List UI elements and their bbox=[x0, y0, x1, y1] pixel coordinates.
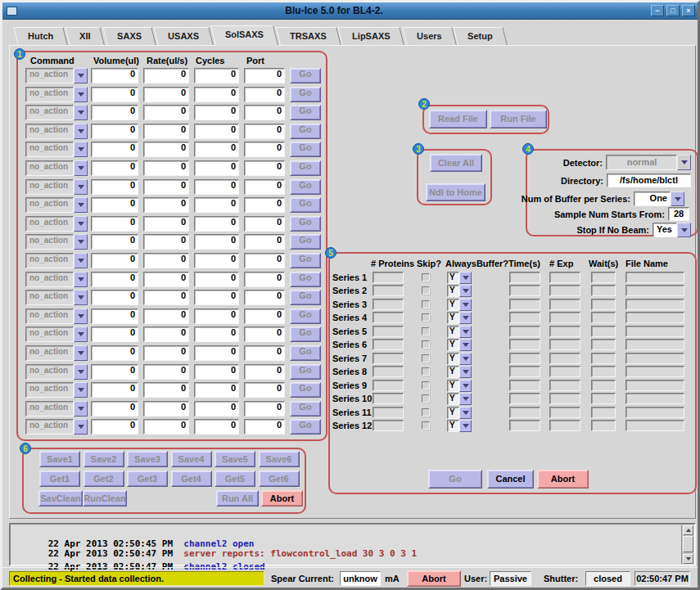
skip-checkbox[interactable] bbox=[422, 286, 430, 295]
exp-input[interactable] bbox=[549, 299, 580, 310]
port-input[interactable]: 0 bbox=[244, 272, 285, 287]
filename-input[interactable] bbox=[625, 272, 684, 283]
detector-select[interactable]: normal bbox=[606, 155, 691, 170]
volume-input[interactable]: 0 bbox=[91, 68, 138, 83]
filename-input[interactable] bbox=[625, 366, 684, 377]
command-select[interactable]: no_action bbox=[25, 327, 88, 342]
chevron-down-icon[interactable] bbox=[671, 191, 684, 206]
rate-input[interactable]: 0 bbox=[143, 290, 189, 305]
filename-input[interactable] bbox=[625, 326, 684, 337]
time-input[interactable] bbox=[509, 407, 540, 418]
go-button[interactable]: Go bbox=[290, 382, 321, 398]
port-input[interactable]: 0 bbox=[244, 87, 285, 102]
cycles-input[interactable]: 0 bbox=[194, 327, 239, 342]
time-input[interactable] bbox=[509, 380, 540, 391]
filename-input[interactable] bbox=[625, 339, 684, 350]
cycles-input[interactable]: 0 bbox=[194, 105, 239, 120]
read-file-button[interactable]: Read File bbox=[429, 110, 487, 128]
cycles-input[interactable]: 0 bbox=[194, 364, 239, 380]
exp-input[interactable] bbox=[549, 272, 580, 283]
rate-input[interactable]: 0 bbox=[143, 105, 189, 120]
filename-input[interactable] bbox=[625, 312, 684, 323]
volume-input[interactable]: 0 bbox=[91, 401, 138, 417]
command-select[interactable]: no_action bbox=[25, 419, 88, 435]
port-input[interactable]: 0 bbox=[244, 401, 285, 417]
exp-input[interactable] bbox=[549, 393, 580, 404]
wait-input[interactable] bbox=[591, 299, 616, 310]
chevron-down-icon[interactable] bbox=[74, 124, 88, 139]
chevron-down-icon[interactable] bbox=[74, 253, 88, 268]
chevron-down-icon[interactable] bbox=[74, 364, 88, 380]
wait-input[interactable] bbox=[591, 353, 616, 364]
go-button[interactable]: Go bbox=[290, 327, 321, 342]
rate-input[interactable]: 0 bbox=[143, 253, 189, 268]
rate-input[interactable]: 0 bbox=[143, 327, 189, 342]
chevron-down-icon[interactable] bbox=[74, 290, 88, 305]
chevron-down-icon[interactable] bbox=[677, 223, 691, 237]
filename-input[interactable] bbox=[625, 407, 684, 418]
chevron-down-icon[interactable] bbox=[74, 345, 88, 361]
chevron-down-icon[interactable] bbox=[74, 68, 88, 83]
port-input[interactable]: 0 bbox=[244, 382, 285, 398]
wait-input[interactable] bbox=[591, 285, 616, 296]
rate-input[interactable]: 0 bbox=[143, 309, 189, 324]
chevron-down-icon[interactable] bbox=[459, 380, 472, 392]
proteins-input[interactable] bbox=[373, 366, 404, 377]
proteins-input[interactable] bbox=[373, 339, 404, 350]
alwaysbuffer-select[interactable]: Y bbox=[447, 366, 472, 378]
wait-input[interactable] bbox=[591, 272, 616, 283]
proteins-input[interactable] bbox=[373, 312, 404, 323]
port-input[interactable]: 0 bbox=[244, 364, 285, 380]
chevron-down-icon[interactable] bbox=[459, 393, 472, 405]
tab-lipsaxs[interactable]: LipSAXS bbox=[337, 27, 404, 45]
chevron-down-icon[interactable] bbox=[459, 366, 472, 378]
volume-input[interactable]: 0 bbox=[91, 87, 138, 102]
series-cancel-button[interactable]: Cancel bbox=[487, 470, 534, 489]
tab-usaxs[interactable]: USAXS bbox=[153, 27, 213, 45]
cycles-input[interactable]: 0 bbox=[194, 124, 239, 139]
cycles-input[interactable]: 0 bbox=[194, 309, 239, 324]
port-input[interactable]: 0 bbox=[244, 105, 285, 120]
proteins-input[interactable] bbox=[373, 393, 404, 404]
rate-input[interactable]: 0 bbox=[143, 364, 189, 380]
savclean-button[interactable]: SavClean bbox=[38, 490, 83, 507]
command-select[interactable]: no_action bbox=[25, 105, 88, 120]
chevron-down-icon[interactable] bbox=[459, 353, 472, 365]
time-input[interactable] bbox=[509, 393, 540, 404]
wait-input[interactable] bbox=[591, 420, 616, 431]
alwaysbuffer-select[interactable]: Y bbox=[447, 312, 472, 324]
volume-input[interactable]: 0 bbox=[91, 105, 138, 120]
close-icon[interactable]: × bbox=[682, 5, 695, 16]
get-preset-button[interactable]: Get5 bbox=[215, 471, 255, 487]
rate-input[interactable]: 0 bbox=[143, 345, 189, 361]
time-input[interactable] bbox=[509, 339, 540, 350]
cycles-input[interactable]: 0 bbox=[194, 272, 239, 287]
scroll-up-icon[interactable] bbox=[683, 525, 693, 535]
skip-checkbox[interactable] bbox=[422, 313, 430, 322]
chevron-down-icon[interactable] bbox=[459, 312, 472, 324]
proteins-input[interactable] bbox=[373, 326, 404, 337]
time-input[interactable] bbox=[509, 366, 540, 377]
port-input[interactable]: 0 bbox=[244, 290, 285, 305]
log-scrollbar[interactable] bbox=[681, 525, 693, 564]
skip-checkbox[interactable] bbox=[422, 381, 430, 390]
port-input[interactable]: 0 bbox=[244, 327, 285, 342]
preset-abort-button[interactable]: Abort bbox=[261, 490, 303, 507]
skip-checkbox[interactable] bbox=[422, 394, 430, 403]
cycles-input[interactable]: 0 bbox=[194, 382, 239, 398]
tab-hutch[interactable]: Hutch bbox=[13, 27, 68, 45]
alwaysbuffer-select[interactable]: Y bbox=[447, 407, 472, 419]
filename-input[interactable] bbox=[625, 420, 684, 431]
tab-saxs[interactable]: SAXS bbox=[102, 27, 156, 45]
chevron-down-icon[interactable] bbox=[74, 272, 88, 287]
alwaysbuffer-select[interactable]: Y bbox=[447, 393, 472, 405]
wait-input[interactable] bbox=[591, 326, 616, 337]
volume-input[interactable]: 0 bbox=[91, 124, 138, 139]
tab-setup[interactable]: Setup bbox=[453, 27, 507, 45]
go-button[interactable]: Go bbox=[290, 364, 321, 380]
volume-input[interactable]: 0 bbox=[91, 290, 138, 305]
go-button[interactable]: Go bbox=[290, 419, 321, 435]
proteins-input[interactable] bbox=[373, 272, 404, 283]
alwaysbuffer-select[interactable]: Y bbox=[447, 326, 472, 338]
rate-input[interactable]: 0 bbox=[143, 124, 189, 139]
